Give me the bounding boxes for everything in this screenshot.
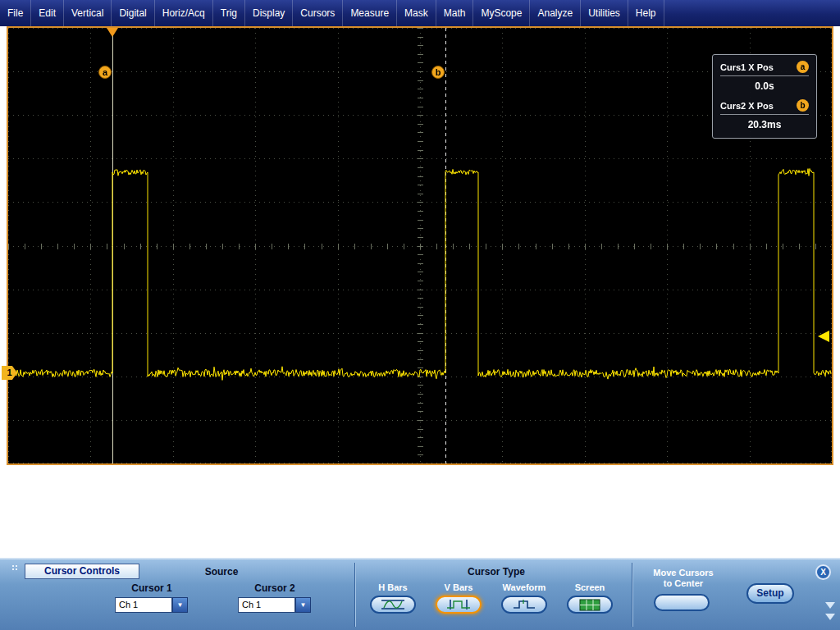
menu-edit[interactable]: Edit bbox=[31, 0, 64, 26]
menu-analyze[interactable]: Analyze bbox=[530, 0, 581, 26]
curs1-pos-value: 0.0s bbox=[720, 80, 809, 92]
divider bbox=[720, 114, 809, 115]
cursor2-source-value: Ch 1 bbox=[238, 597, 295, 613]
panel-scroll-down-icon[interactable] bbox=[825, 602, 835, 609]
move-cursors-button[interactable] bbox=[654, 594, 710, 611]
hbars-icon bbox=[380, 599, 406, 610]
screen-cursor-button[interactable]: Screen bbox=[563, 559, 617, 614]
cursor2-label: Cursor 2 bbox=[238, 582, 312, 594]
cursor1-source-dropdown[interactable]: Ch 1 ▼ bbox=[115, 597, 188, 613]
cursor-readout-box: Curs1 X Pos a 0.0s Curs2 X Pos b 20.3ms bbox=[712, 54, 817, 139]
menu-math[interactable]: Math bbox=[436, 0, 474, 26]
vbars-button[interactable]: V Bars bbox=[431, 559, 486, 614]
divider bbox=[720, 75, 809, 76]
cursor-controls-panel: Cursor Controls Source Cursor 1 Ch 1 ▼ C… bbox=[0, 558, 840, 630]
screen-cursor-label: Screen bbox=[563, 582, 617, 592]
menu-utilities[interactable]: Utilities bbox=[581, 0, 628, 26]
menu-file[interactable]: File bbox=[0, 0, 31, 26]
trigger-level-arrow-icon[interactable] bbox=[818, 331, 829, 342]
waveform-cursor-icon bbox=[511, 599, 537, 610]
divider bbox=[632, 563, 633, 627]
menu-bar: File Edit Vertical Digital Horiz/Acq Tri… bbox=[0, 0, 840, 26]
divider bbox=[354, 563, 356, 627]
menu-display[interactable]: Display bbox=[245, 0, 293, 26]
curs2-pos-value: 20.3ms bbox=[720, 119, 809, 130]
menu-horiz-acq[interactable]: Horiz/Acq bbox=[155, 0, 213, 26]
cursor1-source-value: Ch 1 bbox=[115, 597, 172, 613]
hbars-label: H Bars bbox=[366, 582, 420, 592]
menu-mask[interactable]: Mask bbox=[397, 0, 436, 26]
menu-measure[interactable]: Measure bbox=[343, 0, 397, 26]
panel-scroll-down-icon[interactable] bbox=[825, 614, 835, 620]
menu-digital[interactable]: Digital bbox=[112, 0, 154, 26]
curs1-badge: a bbox=[797, 61, 809, 73]
scope-display bbox=[7, 26, 833, 465]
vbars-icon bbox=[445, 599, 472, 610]
cursor-a-handle[interactable]: a bbox=[98, 66, 112, 79]
panel-grip bbox=[11, 564, 18, 571]
menu-vertical[interactable]: Vertical bbox=[64, 0, 112, 26]
menu-help[interactable]: Help bbox=[628, 0, 664, 26]
curs2-pos-label: Curs2 X Pos bbox=[720, 101, 774, 111]
trigger-position-marker-icon[interactable] bbox=[107, 28, 118, 37]
chevron-down-icon[interactable]: ▼ bbox=[295, 597, 311, 613]
hbars-button[interactable]: H Bars bbox=[366, 559, 420, 614]
setup-button[interactable]: Setup bbox=[746, 583, 794, 604]
cursor2-source-dropdown[interactable]: Ch 1 ▼ bbox=[238, 597, 311, 613]
source-header: Source bbox=[139, 566, 304, 578]
menu-cursors[interactable]: Cursors bbox=[293, 0, 343, 26]
cursor-b-handle[interactable]: b bbox=[431, 66, 445, 79]
cursor1-label: Cursor 1 bbox=[115, 582, 189, 594]
menu-myscope[interactable]: MyScope bbox=[473, 0, 530, 26]
vbars-label: V Bars bbox=[431, 582, 486, 592]
curs1-pos-label: Curs1 X Pos bbox=[720, 62, 774, 72]
screen-cursor-icon bbox=[579, 599, 600, 611]
waveform-cursor-label: Waveform bbox=[497, 582, 551, 592]
curs2-badge: b bbox=[797, 99, 809, 112]
move-cursors-label: Move Cursors to Center bbox=[638, 568, 728, 589]
waveform-cursor-button[interactable]: Waveform bbox=[497, 559, 551, 614]
panel-title: Cursor Controls bbox=[25, 564, 139, 579]
panel-close-button[interactable]: X bbox=[815, 564, 831, 580]
menu-trig[interactable]: Trig bbox=[213, 0, 245, 26]
waveform-graticule-canvas[interactable] bbox=[8, 28, 832, 463]
chevron-down-icon[interactable]: ▼ bbox=[172, 597, 188, 613]
readout-strip: C1 1.0V/div BW: 1.0G t1 0.0s t2 20.3ms Δ… bbox=[0, 465, 840, 558]
